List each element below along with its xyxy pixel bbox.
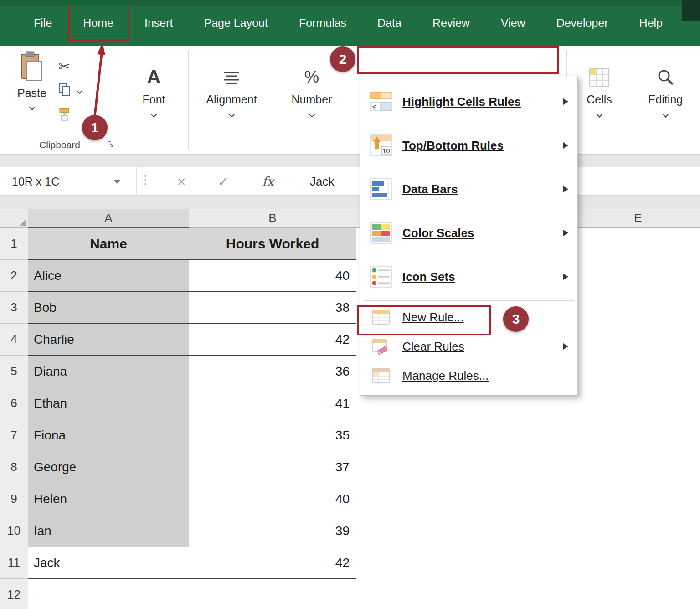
menu-item-icon-sets[interactable]: Icon Sets [360,255,577,299]
row-header-4[interactable]: 4 [0,324,28,356]
row-header-9[interactable]: 9 [0,483,28,515]
cell-B10[interactable]: 39 [189,515,356,547]
chevron-down-icon [77,88,82,94]
tab-developer[interactable]: Developer [541,0,624,46]
cell-B1[interactable]: Hours Worked [189,228,356,260]
name-box-dropdown-icon[interactable] [114,180,120,184]
tab-page-layout[interactable]: Page Layout [189,0,283,46]
cell-A4[interactable]: Charlie [28,324,189,356]
menu-item-new-rule[interactable]: New Rule... [360,303,577,332]
submenu-arrow-icon [563,343,568,350]
row-header-7[interactable]: 7 [0,419,28,451]
cell-B7[interactable]: 35 [189,419,356,451]
editing-group-label: Editing [648,93,683,106]
font-group-label: Font [142,93,165,106]
row-header-8[interactable]: 8 [0,451,28,483]
cancel-entry-button[interactable]: × [168,167,195,196]
tab-review[interactable]: Review [417,0,485,46]
cell-B6[interactable]: 41 [189,387,356,419]
cancel-x-icon: × [177,173,186,190]
group-divider [350,50,350,150]
row-header-1[interactable]: 1 [0,228,28,260]
format-painter-button[interactable] [58,103,108,128]
cut-button[interactable]: ✂ [58,54,108,78]
cell-B2[interactable]: 40 [189,260,356,292]
tab-insert[interactable]: Insert [129,0,189,46]
cell-B9[interactable]: 40 [189,483,356,515]
alignment-group-button[interactable]: Alignment [191,51,272,117]
paste-button[interactable]: Paste [11,51,53,131]
cell-B12[interactable] [189,579,356,609]
tab-view[interactable]: View [485,0,541,46]
row-header-12[interactable]: 12 [0,579,28,609]
cell-A10[interactable]: Ian [28,515,189,547]
formula-bar-grip-icon: ⋮ [139,173,151,187]
cell-B8[interactable]: 37 [189,451,356,483]
row-header-11[interactable]: 11 [0,547,28,579]
cell-A11[interactable]: Jack [28,547,189,579]
cell-A6[interactable]: Ethan [28,387,189,419]
tab-help[interactable]: Help [624,0,678,46]
insert-function-button[interactable]: fx [254,167,282,196]
menu-item-color-scales[interactable]: Color Scales [360,211,577,255]
clipboard-group-footer: Clipboard [0,139,119,150]
menu-item-top-bottom-rules[interactable]: 10Top/Bottom Rules [360,124,577,167]
menu-item-highlight-cells-rules[interactable]: ≤Highlight Cells Rules [360,80,577,124]
cell-B4[interactable]: 42 [189,324,356,356]
column-header-b[interactable]: B [189,209,356,228]
row-header-2[interactable]: 2 [0,260,28,292]
cell-A8[interactable]: George [28,451,189,483]
number-group-button[interactable]: % Number [277,51,346,117]
font-group-button[interactable]: A Font [119,51,188,117]
check-icon: ✓ [217,174,229,190]
name-box-value: 10R x 1C [12,175,59,188]
menu-item-data-bars[interactable]: Data Bars [360,167,577,211]
menu-separator [364,300,574,301]
cell-B5[interactable]: 36 [189,356,356,387]
cell-B3[interactable]: 38 [189,292,356,324]
format-painter-icon [58,108,70,123]
row-header-6[interactable]: 6 [0,387,28,419]
copy-button[interactable] [58,78,108,103]
column-header-e[interactable]: E [576,209,700,228]
menu-item-label: Clear Rules [402,340,464,354]
dialog-launcher-icon[interactable] [107,139,115,150]
group-divider [631,50,631,150]
clipboard-group-label: Clipboard [39,139,80,150]
submenu-arrow-icon [563,230,568,236]
row-header-3[interactable]: 3 [0,292,28,324]
cell-B11[interactable]: 42 [189,547,356,579]
chevron-down-icon [309,112,315,118]
name-box[interactable]: 10R x 1C [0,167,137,196]
menu-item-label: Manage Rules... [402,369,489,383]
row-header-10[interactable]: 10 [0,515,28,547]
paste-label: Paste [17,87,46,100]
cell-A3[interactable]: Bob [28,292,189,324]
cell-A1[interactable]: Name [28,228,189,260]
tab-formulas[interactable]: Formulas [283,0,362,46]
ribbon-sheet-gap [0,155,700,167]
tab-data[interactable]: Data [362,0,417,46]
cell-A7[interactable]: Fiona [28,419,189,451]
cell-A2[interactable]: Alice [28,260,189,292]
group-divider [188,50,189,150]
new-rule-icon [369,308,393,326]
cell-A12[interactable] [28,579,189,609]
confirm-entry-button[interactable]: ✓ [210,167,237,196]
cell-A9[interactable]: Helen [28,483,189,515]
menu-item-manage-rules[interactable]: Manage Rules... [360,361,577,390]
select-all-button[interactable] [0,209,28,228]
cell-A5[interactable]: Diana [28,356,189,387]
row-header-5[interactable]: 5 [0,356,28,387]
column-header-a[interactable]: A [28,209,189,228]
tab-file[interactable]: File [18,0,67,46]
tab-home[interactable]: Home [67,0,129,46]
cells-grid-icon [589,57,609,87]
menu-item-label: Top/Bottom Rules [402,139,504,153]
formula-bar-input[interactable]: Jack [310,167,334,196]
menu-item-clear-rules[interactable]: Clear Rules [360,332,577,361]
highlight-cells-rules-icon: ≤ [369,90,393,114]
magnifier-icon [656,57,675,87]
menu-item-label: New Rule... [402,310,463,325]
editing-group-button[interactable]: Editing [632,51,699,117]
